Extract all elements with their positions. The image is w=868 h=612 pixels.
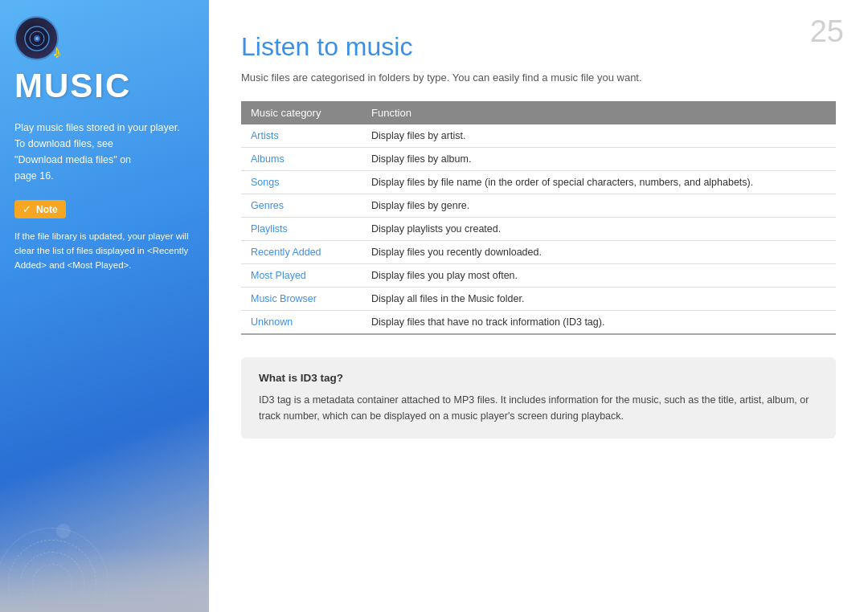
note-label: Note bbox=[36, 204, 58, 215]
table-header-row: Music category Function bbox=[241, 101, 836, 124]
function-cell: Display files that have no track informa… bbox=[362, 311, 836, 335]
page-title: Listen to music bbox=[241, 32, 836, 62]
col-header-function: Function bbox=[362, 101, 836, 124]
function-cell: Display files by artist. bbox=[362, 124, 836, 148]
col-header-category: Music category bbox=[241, 101, 362, 124]
table-row: Music BrowserDisplay all files in the Mu… bbox=[241, 288, 836, 311]
function-cell: Display files by genre. bbox=[362, 194, 836, 218]
function-cell: Display files you recently downloaded. bbox=[362, 241, 836, 264]
note-badge: ✓ Note bbox=[14, 200, 66, 218]
svg-point-3 bbox=[35, 37, 39, 40]
table-row: AlbumsDisplay files by album. bbox=[241, 148, 836, 171]
sidebar: ♪ MUSIC Play music files stored in your … bbox=[0, 0, 209, 612]
table-row: ArtistsDisplay files by artist. bbox=[241, 124, 836, 148]
table-row: GenresDisplay files by genre. bbox=[241, 194, 836, 218]
function-cell: Display all files in the Music folder. bbox=[362, 288, 836, 311]
category-cell: Playlists bbox=[241, 218, 362, 241]
info-box: What is ID3 tag? ID3 tag is a metadata c… bbox=[241, 357, 836, 439]
category-cell: Genres bbox=[241, 194, 362, 218]
function-cell: Display files by file name (in the order… bbox=[362, 171, 836, 194]
sidebar-description: Play music files stored in your player. … bbox=[14, 120, 194, 184]
table-row: PlaylistsDisplay playlists you created. bbox=[241, 218, 836, 241]
page-number: 25 bbox=[810, 14, 844, 49]
category-cell: Unknown bbox=[241, 311, 362, 335]
note-icon: ✓ bbox=[23, 203, 31, 215]
category-cell: Albums bbox=[241, 148, 362, 171]
page-subtitle: Music files are categorised in folders b… bbox=[241, 71, 836, 84]
category-cell: Most Played bbox=[241, 264, 362, 288]
category-cell: Songs bbox=[241, 171, 362, 194]
info-box-text: ID3 tag is a metadata container attached… bbox=[259, 392, 818, 424]
function-cell: Display playlists you created. bbox=[362, 218, 836, 241]
table-row: SongsDisplay files by file name (in the … bbox=[241, 171, 836, 194]
main-content: 25 Listen to music Music files are categ… bbox=[209, 0, 868, 612]
category-cell: Recently Added bbox=[241, 241, 362, 264]
function-cell: Display files you play most often. bbox=[362, 264, 836, 288]
table-row: Recently AddedDisplay files you recently… bbox=[241, 241, 836, 264]
sidebar-bottom-gradient bbox=[0, 548, 209, 612]
music-table: Music category Function ArtistsDisplay f… bbox=[241, 101, 836, 335]
info-box-title: What is ID3 tag? bbox=[259, 372, 818, 384]
table-row: UnknownDisplay files that have no track … bbox=[241, 311, 836, 335]
function-cell: Display files by album. bbox=[362, 148, 836, 171]
table-row: Most PlayedDisplay files you play most o… bbox=[241, 264, 836, 288]
music-icon: ♪ bbox=[14, 16, 59, 60]
category-cell: Music Browser bbox=[241, 288, 362, 311]
sidebar-title: MUSIC bbox=[14, 67, 194, 105]
category-cell: Artists bbox=[241, 124, 362, 148]
note-text: If the file library is updated, your pla… bbox=[14, 230, 194, 272]
